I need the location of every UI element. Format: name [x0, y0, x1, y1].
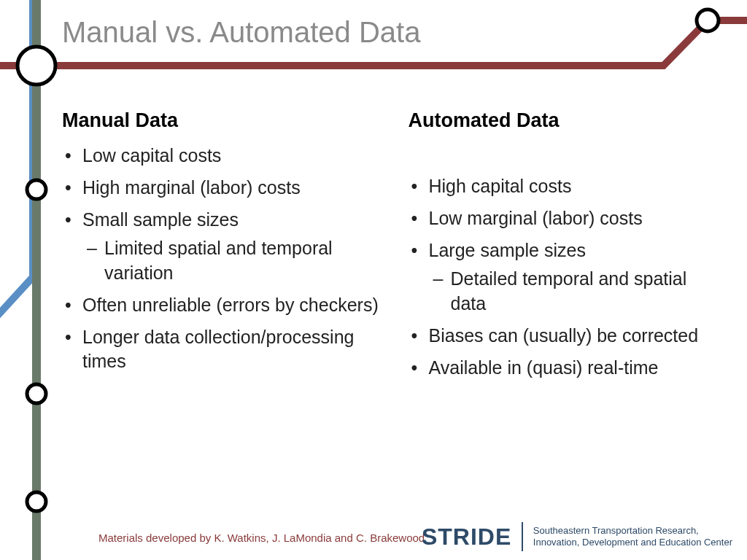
- svg-point-3: [27, 180, 46, 199]
- automated-list: High capital costs Low marginal (labor) …: [409, 174, 726, 380]
- svg-point-1: [18, 47, 55, 85]
- logo-divider: [522, 522, 523, 551]
- list-item: Longer data collection/processing times: [62, 325, 379, 375]
- svg-point-5: [27, 492, 46, 511]
- manual-list: Low capital costs High marginal (labor) …: [62, 144, 379, 374]
- logo-word: STRIDE: [422, 524, 511, 551]
- list-subitem: Limited spatial and temporal variation: [82, 236, 379, 286]
- list-item: Low capital costs: [62, 144, 379, 168]
- list-item: High marginal (labor) costs: [62, 176, 379, 201]
- logo-line1: Southeastern Transportation Research,: [533, 525, 699, 536]
- list-item: Small sample sizes Limited spatial and t…: [62, 208, 379, 286]
- list-item: High capital costs: [409, 174, 726, 199]
- slide-title: Manual vs. Automated Data: [62, 16, 420, 49]
- content-columns: Manual Data Low capital costs High margi…: [62, 109, 725, 387]
- manual-heading: Manual Data: [62, 109, 379, 132]
- list-item: Biases can (usually) be corrected: [409, 324, 726, 349]
- list-item: Often unreliable (errors by checkers): [62, 293, 379, 318]
- stride-logo: STRIDE Southeastern Transportation Resea…: [422, 522, 732, 551]
- list-item: Available in (quasi) real-time: [409, 356, 726, 381]
- logo-line2: Innovation, Development and Education Ce…: [533, 537, 732, 548]
- list-item: Large sample sizes Detailed temporal and…: [409, 238, 726, 316]
- logo-subtitle: Southeastern Transportation Research, In…: [533, 525, 732, 549]
- list-item: Low marginal (labor) costs: [409, 206, 726, 231]
- svg-point-2: [697, 9, 719, 31]
- svg-point-4: [27, 384, 46, 403]
- manual-data-column: Manual Data Low capital costs High margi…: [62, 109, 379, 387]
- automated-data-column: Automated Data High capital costs Low ma…: [409, 109, 726, 387]
- list-subitem: Detailed temporal and spatial data: [429, 267, 726, 316]
- list-item-text: Small sample sizes: [82, 209, 239, 230]
- footer-credit: Materials developed by K. Watkins, J. La…: [98, 532, 425, 544]
- automated-heading: Automated Data: [409, 109, 726, 132]
- list-item-text: Large sample sizes: [429, 240, 586, 260]
